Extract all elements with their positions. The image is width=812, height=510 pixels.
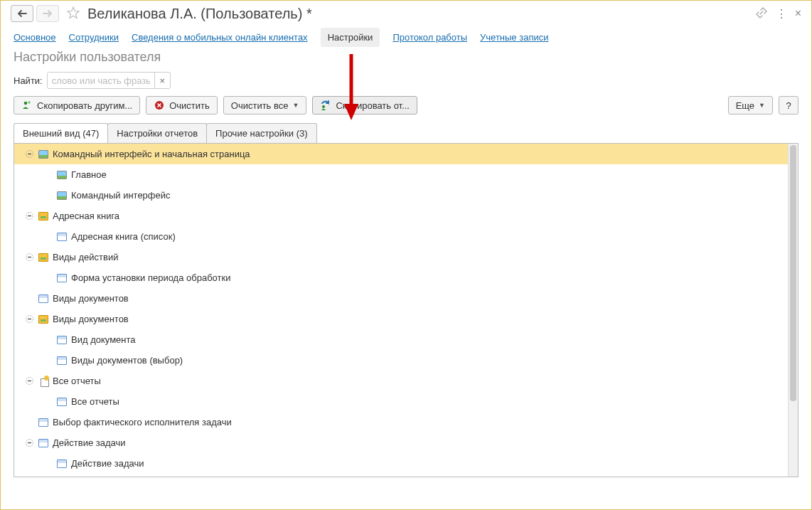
form-icon <box>38 418 48 427</box>
tree-expander[interactable] <box>24 376 34 386</box>
tree-expander <box>24 294 34 304</box>
search-clear-button[interactable]: × <box>154 73 170 88</box>
tree-expander[interactable] <box>24 253 34 262</box>
search-input[interactable] <box>48 73 154 88</box>
tree-expander <box>43 232 53 242</box>
pic-icon <box>38 150 48 159</box>
tree-row[interactable]: Командный интерфейс <box>14 185 788 206</box>
form-icon <box>57 274 67 282</box>
tree-row-label: Действие задачи <box>71 458 144 469</box>
tab-reports[interactable]: Настройки отчетов <box>107 123 207 143</box>
tree-expander <box>43 170 53 180</box>
svg-point-1 <box>28 101 31 104</box>
yel-icon <box>38 212 48 221</box>
yel-icon <box>38 253 48 262</box>
help-button[interactable]: ? <box>779 96 798 115</box>
tree-row[interactable]: Командный интерфейс и начальная страница <box>14 144 788 164</box>
tree-expander[interactable] <box>24 438 34 448</box>
tree-row[interactable]: Адресная книга (список) <box>14 226 788 247</box>
tree-row-label: Главное <box>71 169 107 180</box>
tree-row[interactable]: Действие задачи <box>14 453 788 474</box>
tree-row[interactable]: Виды документов <box>14 309 788 329</box>
svg-point-0 <box>24 102 28 105</box>
form-icon <box>38 294 48 303</box>
menu-dots-icon[interactable]: ⋮ <box>776 7 786 21</box>
chevron-down-icon: ▼ <box>293 102 299 109</box>
tree-row-label: Действие задачи <box>53 437 126 448</box>
more-label: Еще <box>736 100 754 111</box>
tree-row-label: Адресная книга (список) <box>71 231 176 242</box>
nav-tab-protocol[interactable]: Протокол работы <box>392 32 467 43</box>
copy-from-label: Скопировать от... <box>336 100 410 111</box>
tree-row[interactable]: Все отчеты <box>14 371 788 391</box>
tree-row[interactable]: Форма установки периода обработки <box>14 267 788 288</box>
tree-expander <box>43 273 53 283</box>
tree-row[interactable]: Виды документов <box>14 288 788 309</box>
tree-row[interactable]: Все отчеты <box>14 391 788 412</box>
settings-tree: Командный интерфейс и начальная страница… <box>14 143 798 477</box>
tree-row-label: Виды документов (выбор) <box>71 355 183 366</box>
tree-row[interactable]: Действие задачи <box>14 432 788 453</box>
back-button[interactable] <box>11 5 33 22</box>
tree-row-label: Командный интерфейс <box>71 190 171 201</box>
tree-row-label: Выбор фактического исполнителя задачи <box>53 417 232 427</box>
yel-icon <box>38 315 48 324</box>
tree-expander <box>43 397 53 407</box>
tree-row[interactable]: Главное <box>14 164 788 185</box>
nav-tab-main[interactable]: Основное <box>14 32 56 43</box>
copy-users-icon <box>21 100 33 111</box>
favorite-star-icon[interactable] <box>66 6 80 22</box>
tree-expander[interactable] <box>24 211 34 221</box>
tab-other[interactable]: Прочие настройки (3) <box>206 123 316 143</box>
clear-label: Очистить <box>169 100 210 111</box>
forward-button[interactable] <box>36 5 59 22</box>
tree-row[interactable]: Выбор фактического исполнителя задачи <box>14 412 788 432</box>
tree-row[interactable]: Адресная книга <box>14 206 788 226</box>
tree-row[interactable]: Виды документов (выбор) <box>14 350 788 371</box>
search-label: Найти: <box>14 75 43 86</box>
close-icon[interactable]: × <box>795 7 801 20</box>
tree-expander <box>43 335 53 345</box>
tree-row-label: Форма установки периода обработки <box>71 272 230 283</box>
clear-button[interactable]: Очистить <box>146 96 218 115</box>
help-label: ? <box>786 100 791 111</box>
tree-row-label: Командный интерфейс и начальная страница <box>53 149 250 159</box>
copy-from-button[interactable]: Скопировать от... <box>312 96 417 115</box>
form-icon <box>57 233 67 241</box>
tree-expander <box>24 418 34 427</box>
tree-row-label: Все отчеты <box>53 376 101 386</box>
copy-to-others-button[interactable]: Скопировать другим... <box>14 96 140 115</box>
tree-expander <box>43 356 53 366</box>
tree-row-label: Адресная книга <box>53 211 119 221</box>
copy-to-others-label: Скопировать другим... <box>37 100 132 111</box>
clear-all-button[interactable]: Очистить все ▼ <box>223 96 307 115</box>
copy-from-icon <box>320 100 331 111</box>
nav-tab-mobile-clients[interactable]: Сведения о мобильных онлайн клиентах <box>132 32 308 43</box>
tree-row-label: Все отчеты <box>71 396 119 407</box>
form-icon <box>57 459 67 468</box>
scroll-thumb[interactable] <box>790 145 796 401</box>
tree-row[interactable]: Вид документа <box>14 329 788 350</box>
clear-icon <box>154 100 165 111</box>
tree-row-label: Виды действий <box>53 252 118 262</box>
nav-tab-settings[interactable]: Настройки <box>321 28 380 47</box>
tree-expander <box>43 459 53 469</box>
tree-expander[interactable] <box>24 314 34 324</box>
tree-row[interactable]: Виды действий <box>14 247 788 267</box>
form-icon <box>57 398 67 406</box>
link-icon[interactable] <box>756 7 767 21</box>
chevron-down-icon: ▼ <box>759 102 765 109</box>
tree-expander <box>43 191 53 201</box>
form-icon <box>57 336 67 344</box>
tab-appearance[interactable]: Внешний вид (47) <box>14 123 108 143</box>
vertical-scrollbar[interactable] <box>788 144 798 477</box>
pic-icon <box>57 171 67 179</box>
tree-row-label: Виды документов <box>53 293 129 304</box>
nav-tab-employees[interactable]: Сотрудники <box>69 32 119 43</box>
more-button[interactable]: Еще ▼ <box>728 96 773 115</box>
report-icon <box>38 376 48 386</box>
tree-row-label: Виды документов <box>53 314 129 324</box>
nav-tab-accounts[interactable]: Учетные записи <box>480 32 548 43</box>
svg-point-3 <box>322 105 325 108</box>
tree-expander[interactable] <box>24 149 34 159</box>
